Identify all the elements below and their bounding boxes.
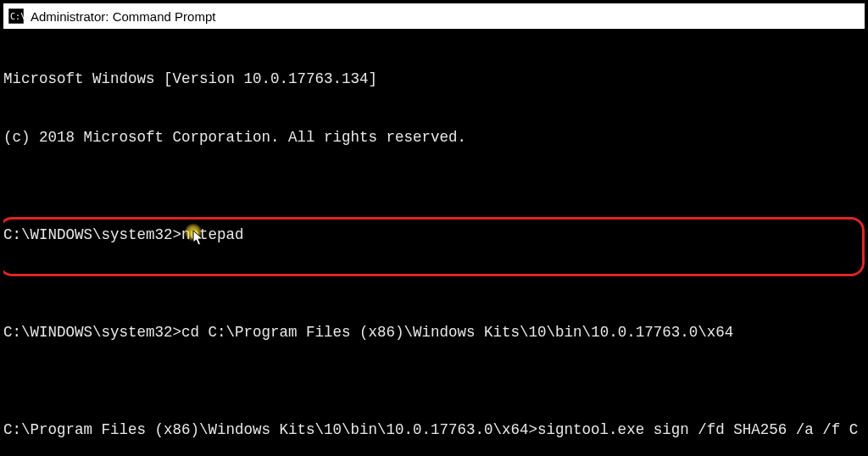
prompt-path: C:\Program Files (x86)\Windows Kits\10\b… (3, 421, 537, 438)
terminal-line: C:\WINDOWS\system32>cd C:\Program Files … (3, 323, 865, 342)
command-text: notepad (181, 226, 244, 243)
command-text: signtool.exe sign /fd SHA256 /a /f C (537, 421, 858, 438)
window-titlebar[interactable]: C:\ Administrator: Command Prompt (3, 3, 865, 29)
terminal-line: (c) 2018 Microsoft Corporation. All righ… (3, 128, 865, 147)
cmd-app-icon: C:\ (8, 8, 24, 24)
prompt-path: C:\WINDOWS\system32> (3, 226, 181, 243)
window-title: Administrator: Command Prompt (31, 9, 215, 24)
prompt-path: C:\WINDOWS\system32> (3, 324, 181, 341)
terminal-viewport[interactable]: Microsoft Windows [Version 10.0.17763.13… (3, 29, 865, 453)
svg-text:C:\: C:\ (10, 12, 24, 21)
terminal-line: Microsoft Windows [Version 10.0.17763.13… (3, 70, 865, 89)
terminal-line: C:\WINDOWS\system32>notepad (3, 225, 865, 245)
terminal-line: C:\Program Files (x86)\Windows Kits\10\b… (3, 420, 865, 440)
command-text: cd C:\Program Files (x86)\Windows Kits\1… (181, 324, 733, 341)
